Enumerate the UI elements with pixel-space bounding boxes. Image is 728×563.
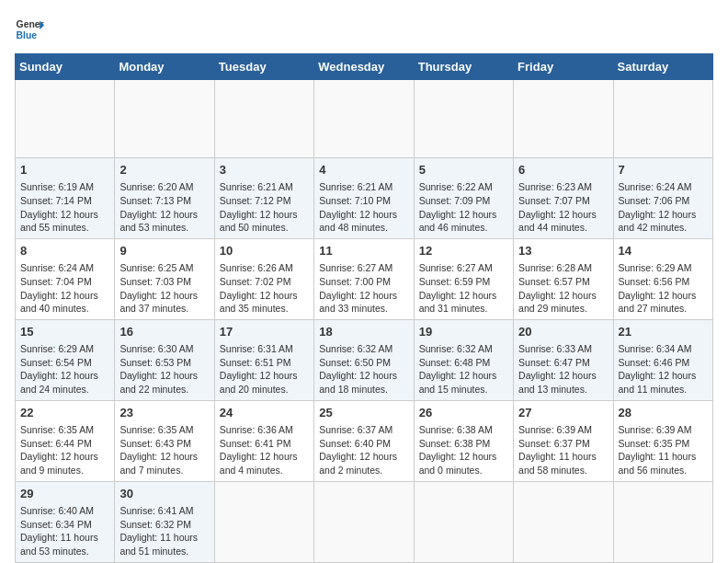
sunset-label: Sunset: 6:44 PM xyxy=(20,438,92,449)
calendar-cell: 23 Sunrise: 6:35 AM Sunset: 6:43 PM Dayl… xyxy=(115,400,214,481)
daylight-label: Daylight: 11 hours and 58 minutes. xyxy=(518,451,597,476)
col-friday: Friday xyxy=(514,54,613,80)
sunrise-label: Sunrise: 6:32 AM xyxy=(419,343,493,354)
calendar-cell: 13 Sunrise: 6:28 AM Sunset: 6:57 PM Dayl… xyxy=(514,238,613,319)
calendar-cell: 16 Sunrise: 6:30 AM Sunset: 6:53 PM Dayl… xyxy=(115,319,214,400)
sunrise-label: Sunrise: 6:33 AM xyxy=(518,343,592,354)
sunrise-label: Sunrise: 6:21 AM xyxy=(319,181,392,192)
daylight-label: Daylight: 12 hours and 0 minutes. xyxy=(419,451,497,476)
calendar-cell: 18 Sunrise: 6:32 AM Sunset: 6:50 PM Dayl… xyxy=(314,319,414,400)
daylight-label: Daylight: 12 hours and 50 minutes. xyxy=(220,209,298,234)
day-number: 2 xyxy=(119,162,209,178)
sunset-label: Sunset: 6:46 PM xyxy=(619,357,690,368)
sunrise-label: Sunrise: 6:23 AM xyxy=(518,181,592,192)
sunrise-label: Sunrise: 6:38 AM xyxy=(419,424,493,435)
daylight-label: Daylight: 12 hours and 18 minutes. xyxy=(319,370,397,395)
calendar-cell xyxy=(214,481,313,562)
daylight-label: Daylight: 12 hours and 29 minutes. xyxy=(518,290,597,315)
calendar-cell: 3 Sunrise: 6:21 AM Sunset: 7:12 PM Dayli… xyxy=(214,158,313,239)
calendar-cell: 2 Sunrise: 6:20 AM Sunset: 7:13 PM Dayli… xyxy=(115,158,214,239)
daylight-label: Daylight: 12 hours and 55 minutes. xyxy=(20,209,98,234)
daylight-label: Daylight: 12 hours and 27 minutes. xyxy=(619,290,697,315)
sunset-label: Sunset: 6:51 PM xyxy=(220,357,291,368)
day-number: 4 xyxy=(319,162,408,178)
sunrise-label: Sunrise: 6:24 AM xyxy=(619,181,692,192)
day-number: 27 xyxy=(518,405,608,421)
day-number: 14 xyxy=(619,243,708,259)
calendar-cell: 24 Sunrise: 6:36 AM Sunset: 6:41 PM Dayl… xyxy=(214,400,313,481)
sunset-label: Sunset: 6:40 PM xyxy=(319,438,391,449)
calendar-cell: 4 Sunrise: 6:21 AM Sunset: 7:10 PM Dayli… xyxy=(314,158,414,239)
calendar-cell xyxy=(414,481,513,562)
calendar-cell: 21 Sunrise: 6:34 AM Sunset: 6:46 PM Dayl… xyxy=(613,319,712,400)
daylight-label: Daylight: 12 hours and 33 minutes. xyxy=(319,290,397,315)
day-number: 13 xyxy=(518,243,608,259)
day-number: 10 xyxy=(220,243,309,259)
sunrise-label: Sunrise: 6:24 AM xyxy=(20,262,94,273)
sunrise-label: Sunrise: 6:39 AM xyxy=(518,424,592,435)
calendar-cell: 12 Sunrise: 6:27 AM Sunset: 6:59 PM Dayl… xyxy=(414,238,513,319)
sunset-label: Sunset: 7:06 PM xyxy=(619,195,690,206)
day-number: 23 xyxy=(119,405,209,421)
sunrise-label: Sunrise: 6:28 AM xyxy=(518,262,592,273)
sunrise-label: Sunrise: 6:34 AM xyxy=(619,343,692,354)
calendar-cell: 14 Sunrise: 6:29 AM Sunset: 6:56 PM Dayl… xyxy=(613,238,712,319)
day-number: 16 xyxy=(119,324,209,340)
day-number: 3 xyxy=(220,162,309,178)
calendar-cell xyxy=(613,80,712,158)
day-number: 19 xyxy=(419,324,508,340)
col-monday: Monday xyxy=(115,54,214,80)
daylight-label: Daylight: 12 hours and 53 minutes. xyxy=(119,209,198,234)
sunset-label: Sunset: 6:59 PM xyxy=(419,276,491,287)
calendar-cell: 27 Sunrise: 6:39 AM Sunset: 6:37 PM Dayl… xyxy=(514,400,613,481)
sunrise-label: Sunrise: 6:21 AM xyxy=(220,181,293,192)
svg-text:Blue: Blue xyxy=(17,30,38,40)
sunrise-label: Sunrise: 6:29 AM xyxy=(619,262,692,273)
calendar-table: Sunday Monday Tuesday Wednesday Thursday… xyxy=(15,53,713,563)
sunset-label: Sunset: 6:48 PM xyxy=(419,357,491,368)
sunrise-label: Sunrise: 6:22 AM xyxy=(419,181,493,192)
daylight-label: Daylight: 12 hours and 35 minutes. xyxy=(220,290,298,315)
daylight-label: Daylight: 12 hours and 11 minutes. xyxy=(619,370,697,395)
calendar-cell xyxy=(613,481,712,562)
day-number: 7 xyxy=(619,162,708,178)
day-number: 20 xyxy=(518,324,608,340)
day-number: 24 xyxy=(220,405,309,421)
sunrise-label: Sunrise: 6:32 AM xyxy=(319,343,392,354)
sunset-label: Sunset: 6:38 PM xyxy=(419,438,491,449)
day-number: 29 xyxy=(20,486,109,502)
day-number: 30 xyxy=(119,486,209,502)
calendar-cell: 6 Sunrise: 6:23 AM Sunset: 7:07 PM Dayli… xyxy=(514,158,613,239)
sunset-label: Sunset: 7:09 PM xyxy=(419,195,491,206)
calendar-body: 1 Sunrise: 6:19 AM Sunset: 7:14 PM Dayli… xyxy=(16,80,713,563)
day-number: 12 xyxy=(419,243,508,259)
sunset-label: Sunset: 6:54 PM xyxy=(20,357,92,368)
calendar-week-row: 1 Sunrise: 6:19 AM Sunset: 7:14 PM Dayli… xyxy=(16,158,713,239)
calendar-cell: 20 Sunrise: 6:33 AM Sunset: 6:47 PM Dayl… xyxy=(514,319,613,400)
calendar-cell: 17 Sunrise: 6:31 AM Sunset: 6:51 PM Dayl… xyxy=(214,319,313,400)
daylight-label: Daylight: 11 hours and 53 minutes. xyxy=(20,532,98,557)
sunrise-label: Sunrise: 6:35 AM xyxy=(119,424,193,435)
calendar-cell xyxy=(514,80,613,158)
sunset-label: Sunset: 6:41 PM xyxy=(220,438,291,449)
day-number: 8 xyxy=(20,243,109,259)
sunrise-label: Sunrise: 6:30 AM xyxy=(119,343,193,354)
sunrise-label: Sunrise: 6:19 AM xyxy=(20,181,94,192)
sunrise-label: Sunrise: 6:41 AM xyxy=(119,505,193,516)
sunrise-label: Sunrise: 6:31 AM xyxy=(220,343,293,354)
daylight-label: Daylight: 12 hours and 15 minutes. xyxy=(419,370,497,395)
calendar-header: Sunday Monday Tuesday Wednesday Thursday… xyxy=(16,54,713,80)
calendar-cell: 1 Sunrise: 6:19 AM Sunset: 7:14 PM Dayli… xyxy=(16,158,115,239)
day-number: 22 xyxy=(20,405,109,421)
day-number: 17 xyxy=(220,324,309,340)
calendar-cell: 30 Sunrise: 6:41 AM Sunset: 6:32 PM Dayl… xyxy=(115,481,214,562)
sunset-label: Sunset: 7:10 PM xyxy=(319,195,391,206)
calendar-cell xyxy=(314,80,414,158)
daylight-label: Daylight: 12 hours and 42 minutes. xyxy=(619,209,697,234)
daylight-label: Daylight: 11 hours and 56 minutes. xyxy=(619,451,697,476)
logo-icon: General Blue xyxy=(15,15,44,44)
calendar-cell: 29 Sunrise: 6:40 AM Sunset: 6:34 PM Dayl… xyxy=(16,481,115,562)
daylight-label: Daylight: 12 hours and 2 minutes. xyxy=(319,451,397,476)
daylight-label: Daylight: 12 hours and 31 minutes. xyxy=(419,290,497,315)
sunrise-label: Sunrise: 6:35 AM xyxy=(20,424,94,435)
